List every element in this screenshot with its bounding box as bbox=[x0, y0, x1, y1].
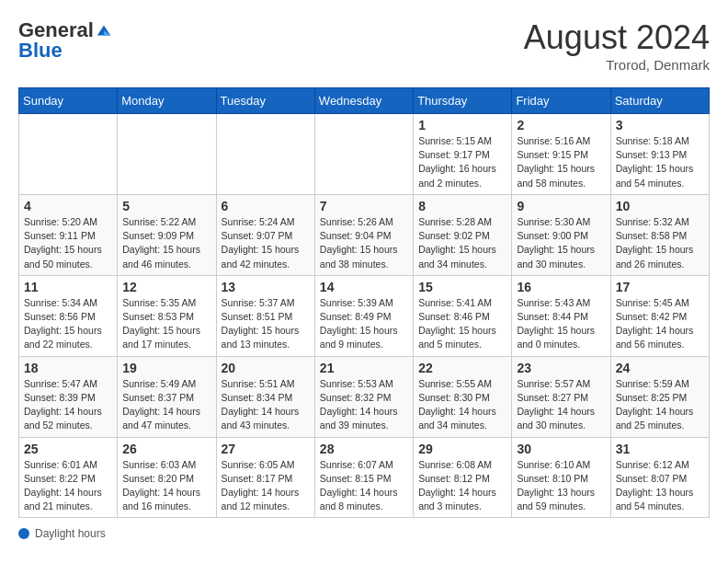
table-row bbox=[118, 114, 216, 195]
table-row: 2 Sunrise: 5:16 AMSunset: 9:15 PMDayligh… bbox=[512, 114, 610, 195]
day-number: 11 bbox=[24, 280, 112, 294]
day-number: 3 bbox=[616, 118, 704, 132]
day-info: Sunrise: 6:07 AMSunset: 8:15 PMDaylight:… bbox=[320, 458, 408, 514]
table-row: 31 Sunrise: 6:12 AMSunset: 8:07 PMDaylig… bbox=[610, 437, 709, 518]
day-info: Sunrise: 6:10 AMSunset: 8:10 PMDaylight:… bbox=[517, 458, 605, 514]
day-number: 2 bbox=[517, 118, 605, 132]
day-number: 6 bbox=[222, 199, 310, 213]
table-row: 14 Sunrise: 5:39 AMSunset: 8:49 PMDaylig… bbox=[314, 275, 413, 356]
day-number: 20 bbox=[222, 361, 310, 375]
day-info: Sunrise: 5:43 AMSunset: 8:44 PMDaylight:… bbox=[517, 296, 605, 352]
day-number: 13 bbox=[222, 280, 310, 294]
table-row: 30 Sunrise: 6:10 AMSunset: 8:10 PMDaylig… bbox=[512, 437, 610, 518]
day-number: 22 bbox=[418, 361, 506, 375]
day-info: Sunrise: 5:32 AMSunset: 8:58 PMDaylight:… bbox=[616, 215, 704, 271]
day-number: 25 bbox=[24, 442, 112, 456]
table-row: 8 Sunrise: 5:28 AMSunset: 9:02 PMDayligh… bbox=[414, 194, 512, 275]
day-number: 8 bbox=[418, 199, 506, 213]
table-row: 26 Sunrise: 6:03 AMSunset: 8:20 PMDaylig… bbox=[118, 437, 216, 518]
day-info: Sunrise: 5:22 AMSunset: 9:09 PMDaylight:… bbox=[122, 215, 210, 271]
table-row: 27 Sunrise: 6:05 AMSunset: 8:17 PMDaylig… bbox=[216, 437, 314, 518]
day-info: Sunrise: 5:30 AMSunset: 9:00 PMDaylight:… bbox=[517, 215, 605, 271]
calendar-week-5: 25 Sunrise: 6:01 AMSunset: 8:22 PMDaylig… bbox=[19, 437, 710, 518]
day-info: Sunrise: 5:26 AMSunset: 9:04 PMDaylight:… bbox=[320, 215, 408, 271]
day-info: Sunrise: 5:39 AMSunset: 8:49 PMDaylight:… bbox=[320, 296, 408, 352]
day-info: Sunrise: 5:45 AMSunset: 8:42 PMDaylight:… bbox=[616, 296, 704, 352]
table-row: 12 Sunrise: 5:35 AMSunset: 8:53 PMDaylig… bbox=[118, 275, 216, 356]
day-number: 24 bbox=[616, 361, 704, 375]
calendar-week-4: 18 Sunrise: 5:47 AMSunset: 8:39 PMDaylig… bbox=[19, 356, 710, 437]
table-row: 16 Sunrise: 5:43 AMSunset: 8:44 PMDaylig… bbox=[512, 275, 610, 356]
day-info: Sunrise: 5:15 AMSunset: 9:17 PMDaylight:… bbox=[418, 134, 506, 190]
day-number: 27 bbox=[222, 442, 310, 456]
table-row: 6 Sunrise: 5:24 AMSunset: 9:07 PMDayligh… bbox=[216, 194, 314, 275]
table-row: 18 Sunrise: 5:47 AMSunset: 8:39 PMDaylig… bbox=[19, 356, 118, 437]
day-info: Sunrise: 5:35 AMSunset: 8:53 PMDaylight:… bbox=[122, 296, 210, 352]
table-row bbox=[314, 114, 413, 195]
day-number: 26 bbox=[122, 442, 210, 456]
day-info: Sunrise: 5:59 AMSunset: 8:25 PMDaylight:… bbox=[616, 377, 704, 433]
day-number: 30 bbox=[517, 442, 605, 456]
day-number: 16 bbox=[517, 280, 605, 294]
day-number: 4 bbox=[24, 199, 112, 213]
month-year-title: August 2024 bbox=[524, 18, 710, 57]
table-row: 19 Sunrise: 5:49 AMSunset: 8:37 PMDaylig… bbox=[118, 356, 216, 437]
day-info: Sunrise: 5:37 AMSunset: 8:51 PMDaylight:… bbox=[222, 296, 310, 352]
day-info: Sunrise: 6:03 AMSunset: 8:20 PMDaylight:… bbox=[122, 458, 210, 514]
day-info: Sunrise: 5:16 AMSunset: 9:15 PMDaylight:… bbox=[517, 134, 605, 190]
table-row: 17 Sunrise: 5:45 AMSunset: 8:42 PMDaylig… bbox=[610, 275, 709, 356]
day-info: Sunrise: 5:41 AMSunset: 8:46 PMDaylight:… bbox=[418, 296, 506, 352]
day-number: 15 bbox=[418, 280, 506, 294]
calendar-header-row: Sunday Monday Tuesday Wednesday Thursday… bbox=[19, 88, 710, 114]
logo-blue-text: Blue bbox=[18, 39, 63, 63]
day-number: 10 bbox=[616, 199, 704, 213]
table-row: 20 Sunrise: 5:51 AMSunset: 8:34 PMDaylig… bbox=[216, 356, 314, 437]
day-info: Sunrise: 5:53 AMSunset: 8:32 PMDaylight:… bbox=[320, 377, 408, 433]
title-block: August 2024 Trorod, Denmark bbox=[524, 18, 710, 73]
table-row: 11 Sunrise: 5:34 AMSunset: 8:56 PMDaylig… bbox=[19, 275, 118, 356]
day-info: Sunrise: 5:28 AMSunset: 9:02 PMDaylight:… bbox=[418, 215, 506, 271]
day-info: Sunrise: 5:49 AMSunset: 8:37 PMDaylight:… bbox=[122, 377, 210, 433]
page-header: General Blue August 2024 Trorod, Denmark bbox=[18, 18, 710, 73]
location-subtitle: Trorod, Denmark bbox=[524, 57, 710, 73]
col-monday: Monday bbox=[118, 88, 216, 114]
table-row bbox=[19, 114, 118, 195]
day-number: 1 bbox=[418, 118, 506, 132]
day-info: Sunrise: 5:55 AMSunset: 8:30 PMDaylight:… bbox=[418, 377, 506, 433]
col-sunday: Sunday bbox=[19, 88, 118, 114]
day-info: Sunrise: 5:24 AMSunset: 9:07 PMDaylight:… bbox=[222, 215, 310, 271]
day-info: Sunrise: 5:51 AMSunset: 8:34 PMDaylight:… bbox=[222, 377, 310, 433]
day-info: Sunrise: 5:18 AMSunset: 9:13 PMDaylight:… bbox=[616, 134, 704, 190]
day-number: 29 bbox=[418, 442, 506, 456]
calendar-week-3: 11 Sunrise: 5:34 AMSunset: 8:56 PMDaylig… bbox=[19, 275, 710, 356]
table-row: 10 Sunrise: 5:32 AMSunset: 8:58 PMDaylig… bbox=[610, 194, 709, 275]
day-number: 7 bbox=[320, 199, 408, 213]
table-row: 13 Sunrise: 5:37 AMSunset: 8:51 PMDaylig… bbox=[216, 275, 314, 356]
day-number: 14 bbox=[320, 280, 408, 294]
day-number: 9 bbox=[517, 199, 605, 213]
day-number: 19 bbox=[122, 361, 210, 375]
day-info: Sunrise: 6:08 AMSunset: 8:12 PMDaylight:… bbox=[418, 458, 506, 514]
day-number: 12 bbox=[122, 280, 210, 294]
footer-label: Daylight hours bbox=[35, 527, 106, 540]
day-info: Sunrise: 5:57 AMSunset: 8:27 PMDaylight:… bbox=[517, 377, 605, 433]
day-info: Sunrise: 6:01 AMSunset: 8:22 PMDaylight:… bbox=[24, 458, 112, 514]
table-row: 5 Sunrise: 5:22 AMSunset: 9:09 PMDayligh… bbox=[118, 194, 216, 275]
table-row: 23 Sunrise: 5:57 AMSunset: 8:27 PMDaylig… bbox=[512, 356, 610, 437]
calendar-week-2: 4 Sunrise: 5:20 AMSunset: 9:11 PMDayligh… bbox=[19, 194, 710, 275]
day-info: Sunrise: 5:34 AMSunset: 8:56 PMDaylight:… bbox=[24, 296, 112, 352]
table-row: 22 Sunrise: 5:55 AMSunset: 8:30 PMDaylig… bbox=[414, 356, 512, 437]
day-info: Sunrise: 5:20 AMSunset: 9:11 PMDaylight:… bbox=[24, 215, 112, 271]
footer: Daylight hours bbox=[18, 527, 710, 540]
table-row: 29 Sunrise: 6:08 AMSunset: 8:12 PMDaylig… bbox=[414, 437, 512, 518]
day-number: 5 bbox=[122, 199, 210, 213]
day-number: 17 bbox=[616, 280, 704, 294]
day-number: 28 bbox=[320, 442, 408, 456]
table-row: 1 Sunrise: 5:15 AMSunset: 9:17 PMDayligh… bbox=[414, 114, 512, 195]
logo: General Blue bbox=[18, 18, 112, 63]
calendar-table: Sunday Monday Tuesday Wednesday Thursday… bbox=[18, 87, 710, 518]
col-saturday: Saturday bbox=[610, 88, 709, 114]
table-row: 24 Sunrise: 5:59 AMSunset: 8:25 PMDaylig… bbox=[610, 356, 709, 437]
day-info: Sunrise: 6:05 AMSunset: 8:17 PMDaylight:… bbox=[222, 458, 310, 514]
table-row: 21 Sunrise: 5:53 AMSunset: 8:32 PMDaylig… bbox=[314, 356, 413, 437]
